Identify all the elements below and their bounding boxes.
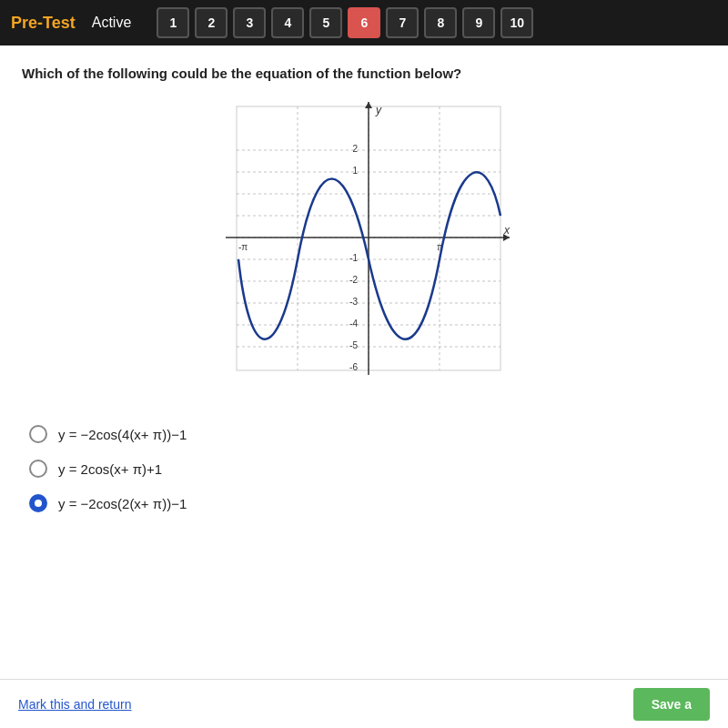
tab-3[interactable]: 3 (233, 7, 266, 38)
footer: Mark this and return Save a (0, 679, 728, 728)
svg-text:-6: -6 (349, 362, 358, 372)
choice-a[interactable]: y = −2cos(4(x+ π))−1 (29, 425, 706, 443)
app-title: Pre-Test (11, 14, 76, 33)
tab-4[interactable]: 4 (271, 7, 304, 38)
svg-text:-2: -2 (349, 275, 358, 285)
status-badge: Active (92, 15, 132, 31)
svg-text:-1: -1 (349, 253, 358, 263)
svg-text:-3: -3 (349, 297, 358, 307)
radio-c[interactable] (29, 494, 47, 512)
tab-5[interactable]: 5 (309, 7, 342, 38)
svg-marker-17 (365, 102, 372, 108)
svg-text:x: x (503, 224, 511, 237)
svg-text:y: y (375, 104, 382, 116)
svg-text:-5: -5 (349, 340, 358, 350)
svg-text:2: 2 (352, 144, 358, 154)
main-content: Which of the following could be the equa… (0, 46, 728, 728)
tab-6[interactable]: 6 (348, 7, 380, 38)
svg-text:-4: -4 (349, 318, 358, 329)
choice-c-label: y = −2cos(2(x+ π))−1 (58, 496, 187, 511)
choice-a-label: y = −2cos(4(x+ π))−1 (58, 427, 187, 442)
svg-text:1: 1 (352, 166, 358, 176)
graph-container: y x 2 1 -1 -2 -3 -4 -5 -6 -π π (209, 97, 519, 407)
function-graph: y x 2 1 -1 -2 -3 -4 -5 -6 -π π (209, 97, 519, 407)
radio-a[interactable] (29, 425, 47, 443)
question-tabs: 1 2 3 4 5 6 7 8 9 10 (157, 7, 533, 38)
answer-choices: y = −2cos(4(x+ π))−1 y = 2cos(x+ π)+1 y … (22, 425, 706, 512)
question-text: Which of the following could be the equa… (22, 64, 706, 83)
svg-text:-π: -π (238, 242, 248, 252)
choice-b-label: y = 2cos(x+ π)+1 (58, 461, 162, 477)
choice-b[interactable]: y = 2cos(x+ π)+1 (29, 460, 706, 478)
header: Pre-Test Active 1 2 3 4 5 6 7 8 9 10 (0, 0, 728, 46)
choice-c[interactable]: y = −2cos(2(x+ π))−1 (29, 494, 706, 512)
tab-10[interactable]: 10 (500, 7, 533, 38)
save-button[interactable]: Save a (633, 688, 710, 721)
tab-7[interactable]: 7 (386, 7, 419, 38)
mark-return-link[interactable]: Mark this and return (18, 697, 132, 712)
tab-2[interactable]: 2 (195, 7, 228, 38)
tab-8[interactable]: 8 (424, 7, 457, 38)
tab-1[interactable]: 1 (157, 7, 189, 38)
radio-c-inner (35, 500, 42, 507)
tab-9[interactable]: 9 (462, 7, 495, 38)
radio-b[interactable] (29, 460, 47, 478)
